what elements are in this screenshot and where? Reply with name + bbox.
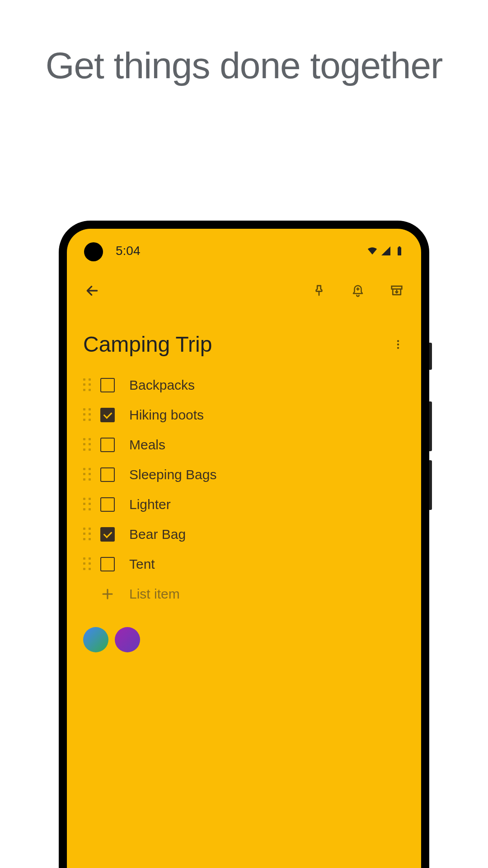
item-label[interactable]: Tent (129, 557, 155, 572)
svg-point-3 (397, 340, 399, 342)
checklist: Backpacks Hiking boots Meals Sleeping Ba… (67, 370, 421, 609)
svg-rect-0 (398, 247, 401, 255)
pin-button[interactable] (311, 283, 327, 299)
status-icons (367, 245, 405, 256)
add-item-row[interactable]: List item (83, 579, 405, 609)
checklist-item[interactable]: Meals (83, 430, 405, 460)
note-toolbar (67, 259, 421, 300)
checklist-item[interactable]: Hiking boots (83, 400, 405, 430)
checklist-item[interactable]: Lighter (83, 490, 405, 519)
battery-icon (394, 245, 405, 256)
checklist-item[interactable]: Sleeping Bags (83, 460, 405, 490)
archive-icon (390, 284, 404, 297)
checkbox[interactable] (100, 557, 115, 571)
arrow-left-icon (85, 283, 99, 298)
avatar[interactable] (83, 627, 108, 652)
checklist-item[interactable]: Bear Bag (83, 519, 405, 549)
item-label[interactable]: Hiking boots (129, 407, 204, 423)
phone-side-button (429, 343, 432, 370)
svg-point-5 (397, 347, 399, 349)
drag-handle-icon[interactable] (83, 378, 92, 392)
checkbox[interactable] (100, 497, 115, 512)
drag-handle-icon[interactable] (83, 528, 92, 541)
back-button[interactable] (83, 282, 101, 300)
reminder-button[interactable] (350, 283, 366, 299)
collaborators[interactable] (67, 609, 421, 670)
phone-side-button (429, 401, 432, 451)
item-label[interactable]: Sleeping Bags (129, 467, 216, 482)
title-row: Camping Trip (67, 300, 421, 370)
checklist-item[interactable]: Tent (83, 549, 405, 579)
checkbox[interactable] (100, 527, 115, 542)
signal-icon (380, 245, 391, 256)
phone-screen: 5:04 (67, 229, 421, 868)
promo-headline: Get things done together (0, 0, 488, 86)
more-vert-icon (392, 339, 404, 350)
drag-handle-icon[interactable] (83, 498, 92, 511)
pin-icon (312, 284, 326, 297)
item-label[interactable]: Lighter (129, 497, 171, 512)
archive-button[interactable] (389, 283, 405, 299)
item-label[interactable]: Backpacks (129, 377, 195, 393)
camera-hole (84, 242, 103, 261)
phone-frame: 5:04 (59, 221, 429, 868)
drag-handle-icon[interactable] (83, 468, 92, 481)
svg-rect-1 (399, 246, 400, 248)
item-label[interactable]: Bear Bag (129, 527, 186, 542)
status-bar: 5:04 (67, 229, 421, 259)
note-title[interactable]: Camping Trip (83, 332, 212, 357)
add-item-placeholder: List item (129, 586, 180, 602)
status-time: 5:04 (116, 244, 141, 258)
bell-plus-icon (351, 284, 365, 297)
checkbox[interactable] (100, 467, 115, 482)
checkbox[interactable] (100, 408, 115, 422)
svg-point-4 (397, 343, 399, 345)
wifi-icon (367, 245, 378, 256)
checkbox[interactable] (100, 378, 115, 392)
phone-side-button (429, 460, 432, 510)
item-label[interactable]: Meals (129, 437, 165, 453)
checkbox[interactable] (100, 438, 115, 452)
plus-icon (100, 587, 115, 601)
drag-handle-icon[interactable] (83, 557, 92, 571)
drag-handle-icon[interactable] (83, 438, 92, 452)
avatar[interactable] (115, 627, 140, 652)
checklist-item[interactable]: Backpacks (83, 370, 405, 400)
list-menu-button[interactable] (391, 338, 405, 351)
drag-handle-icon[interactable] (83, 408, 92, 422)
